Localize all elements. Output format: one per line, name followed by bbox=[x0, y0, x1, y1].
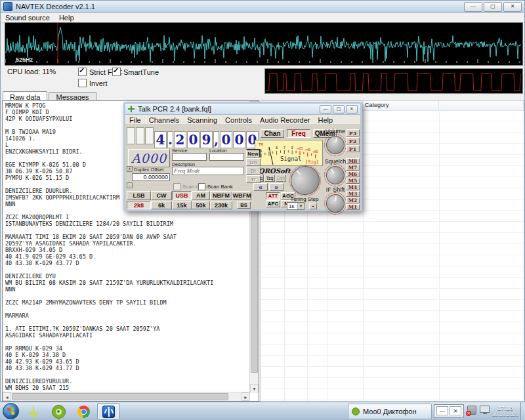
scan-bank-checkbox[interactable]: Scan Bank bbox=[198, 183, 233, 190]
talkpcr-minimize-button[interactable]: — bbox=[320, 105, 331, 114]
button-item-freq[interactable]: Freq bbox=[287, 129, 310, 138]
button-item-m1[interactable]: M1 bbox=[346, 204, 360, 210]
bandwidth-item-230k[interactable]: 230k bbox=[210, 201, 232, 209]
service-field[interactable] bbox=[172, 153, 207, 161]
navtex-titlebar[interactable]: NAVTEX Decoder v2.1.1 —▢✕ bbox=[1, 1, 524, 13]
button-item-chan[interactable]: Chan bbox=[261, 129, 284, 138]
checkbox-box[interactable] bbox=[78, 68, 87, 76]
show-desktop-button[interactable] bbox=[520, 402, 525, 420]
bandwidth-item-2k8[interactable]: 2k8 bbox=[127, 201, 151, 209]
mini-minimize-button[interactable]: — bbox=[436, 406, 448, 415]
scan-up-button[interactable]: » bbox=[269, 183, 284, 191]
scroll-right-icon[interactable]: ► bbox=[242, 392, 250, 401]
bandwidth-item-6k[interactable]: 6k bbox=[151, 201, 172, 209]
navtex-restore-button[interactable]: ▢ bbox=[484, 2, 502, 12]
location-field[interactable] bbox=[209, 153, 244, 161]
talkpcr-restore-button[interactable]: ▢ bbox=[333, 105, 345, 114]
checkbox-item-smarttune[interactable]: SmartTune bbox=[112, 68, 159, 76]
duplex-minus-button[interactable]: - bbox=[127, 182, 133, 188]
pcr-menu-item-audio-recorder[interactable]: Audio Recorder bbox=[256, 116, 314, 124]
talkpcr-close-button[interactable]: ✕ bbox=[346, 105, 358, 114]
freq-digit-cell[interactable]: 2 bbox=[174, 131, 186, 148]
tuning-step-select[interactable]: 1k ▼ bbox=[287, 202, 304, 210]
duplex-offset-value[interactable]: 0.000000 bbox=[132, 173, 170, 181]
freq-digit-cell[interactable] bbox=[145, 127, 154, 144]
mode-item-usb[interactable]: USB bbox=[172, 191, 192, 200]
taskbar-clock[interactable]: 17:18 30.10.2020 bbox=[491, 404, 520, 417]
taskbar-app-ground-antenna[interactable] bbox=[22, 403, 45, 420]
checkbox-box[interactable] bbox=[112, 68, 121, 76]
item-squelch-knob[interactable] bbox=[323, 163, 348, 188]
taskbar-app-green-ring[interactable] bbox=[47, 403, 70, 420]
scroll-down-icon[interactable]: ▼ bbox=[250, 384, 259, 392]
task-button-moo0[interactable]: Моо0 Диктофон bbox=[348, 404, 432, 419]
button-item-m2[interactable]: M2 bbox=[346, 198, 360, 203]
button-item-un[interactable]: Un bbox=[246, 158, 261, 166]
mode-item-am[interactable]: AM bbox=[192, 191, 210, 200]
button-item-m7[interactable]: M7 bbox=[346, 165, 360, 171]
pcr-menu-item-scanning[interactable]: Scanning bbox=[183, 116, 221, 124]
bs-button[interactable]: BS bbox=[237, 201, 251, 209]
freq-digit-cell[interactable]: . bbox=[167, 131, 173, 148]
menu-item-sound-source[interactable]: Sound source bbox=[1, 14, 54, 22]
mini-close-button[interactable]: ✕ bbox=[450, 406, 461, 415]
checkbox-item-invert[interactable]: Invert bbox=[78, 79, 108, 87]
tray-display-icon[interactable] bbox=[480, 406, 490, 413]
toggle-item-att[interactable]: ATT bbox=[266, 192, 280, 200]
button-item-dsp[interactable]: Dsp bbox=[276, 175, 286, 182]
tuning-step-minus-button[interactable]: - bbox=[309, 203, 317, 209]
freq-digit-cell[interactable]: 0 bbox=[233, 131, 245, 148]
taskbar-app-blue-antenna[interactable] bbox=[97, 403, 119, 420]
button-item-p1[interactable]: P1 bbox=[346, 145, 360, 152]
button-item-m8[interactable]: M8 bbox=[346, 158, 360, 164]
checkbox-box[interactable] bbox=[173, 183, 180, 190]
freq-digit-cell[interactable]: 0 bbox=[187, 131, 200, 148]
horizontal-scrollbar[interactable]: ◄ ► bbox=[3, 392, 250, 401]
mode-item-nbfm[interactable]: NBFM bbox=[210, 191, 232, 200]
description-field[interactable]: Freq Mode bbox=[172, 167, 244, 175]
checkbox-box[interactable] bbox=[198, 183, 205, 190]
button-item-m4[interactable]: M4 bbox=[346, 184, 360, 190]
chevron-down-icon[interactable]: ▼ bbox=[297, 203, 304, 209]
button-item-p3[interactable]: P3 bbox=[346, 129, 360, 136]
button-item-new[interactable]: New bbox=[246, 149, 261, 158]
pcr-menu-item-help[interactable]: Help bbox=[314, 116, 337, 124]
bandwidth-item-50k[interactable]: 50k bbox=[192, 201, 210, 209]
tray-audio-icon[interactable]: ✕ bbox=[467, 406, 476, 415]
pcr-menu-item-channels[interactable]: Channels bbox=[145, 116, 183, 124]
scroll-left-icon[interactable]: ◄ bbox=[3, 392, 11, 401]
mode-item-cw[interactable]: CW bbox=[151, 191, 172, 200]
bandwidth-item-15k[interactable]: 15k bbox=[172, 201, 192, 209]
spectrum-display[interactable]: 525Hz bbox=[5, 22, 523, 66]
pcr-menu-item-file[interactable]: File bbox=[125, 116, 145, 124]
duplex-plus-button[interactable]: + bbox=[127, 166, 133, 172]
freq-digit-cell[interactable] bbox=[127, 127, 135, 144]
checkbox-box[interactable] bbox=[78, 79, 87, 87]
button-item-tr[interactable]: Tr bbox=[246, 175, 261, 183]
button-item-m6[interactable]: M6 bbox=[346, 171, 360, 177]
talkpcr-titlebar[interactable]: Talk PCR 2.4 [bank.fql] —▢✕ bbox=[125, 104, 360, 115]
button-item-m3[interactable]: M3 bbox=[346, 191, 360, 197]
taskbar-app-chrome[interactable] bbox=[72, 403, 94, 420]
freq-digit-cell[interactable]: 4 bbox=[154, 131, 167, 148]
freq-digit-cell[interactable] bbox=[136, 127, 144, 144]
navtex-close-button[interactable]: ✕ bbox=[503, 2, 522, 12]
toggle-item-afc[interactable]: AFC bbox=[266, 200, 280, 207]
column-header-blank[interactable] bbox=[439, 101, 524, 110]
column-header-item-category[interactable]: Category bbox=[363, 101, 439, 110]
pcr-menu-item-controls[interactable]: Controls bbox=[221, 116, 256, 124]
mode-item-wbfm[interactable]: WBFM bbox=[232, 191, 251, 200]
button-item-m5[interactable]: M5 bbox=[346, 178, 360, 184]
button-item-p2[interactable]: P2 bbox=[346, 137, 360, 144]
start-button[interactable] bbox=[3, 403, 19, 419]
button-item-tsq[interactable]: Tsq bbox=[264, 175, 275, 182]
scan-down-button[interactable]: « bbox=[253, 183, 268, 191]
button-item-st[interactable]: St bbox=[246, 167, 261, 175]
freq-digit-cell[interactable]: , bbox=[213, 131, 219, 148]
mode-item-lsb[interactable]: LSB bbox=[127, 191, 151, 200]
freq-digit-cell[interactable]: 0 bbox=[220, 131, 232, 148]
hscroll-thumb[interactable] bbox=[12, 393, 228, 400]
navtex-minimize-button[interactable]: — bbox=[464, 2, 482, 12]
freq-digit-cell[interactable]: 9 bbox=[200, 131, 213, 148]
menu-item-help[interactable]: Help bbox=[54, 14, 79, 22]
